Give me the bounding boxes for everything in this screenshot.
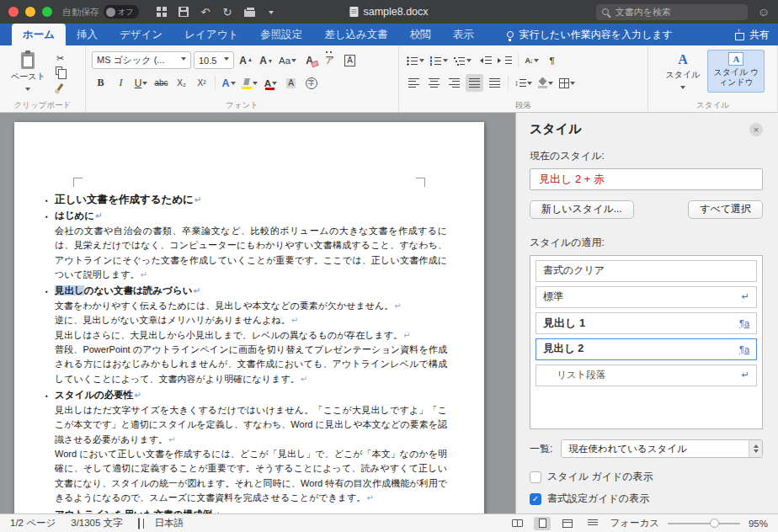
new-style-button[interactable]: 新しいスタイル... [530,200,634,219]
style-item-0[interactable]: 書式のクリア [536,260,757,282]
tab-2[interactable]: デザイン [109,24,173,45]
paragraph[interactable]: 逆に、見出しがない文章はメリハリがありませんよね。↵ [55,313,447,327]
page[interactable]: ▪正しい文書を作成するために↵▪はじめに↵会社の文書や自治会の書類、卒業論文など… [14,122,484,513]
show-formatting-marks-button[interactable]: ¶ [543,51,561,69]
heading[interactable]: ▪正しい文書を作成するために↵ [55,193,447,207]
style-list-filter-select[interactable]: 現在使われているスタイル [561,439,763,458]
tab-0[interactable]: ホーム [12,24,66,45]
language-indicator[interactable]: 日本語 [155,517,184,529]
copy-button[interactable] [53,66,68,79]
tab-3[interactable]: レイアウト [173,24,249,45]
share-button[interactable]: ↑ 共有 [734,24,770,45]
line-spacing-button[interactable]: ↕ [513,74,534,92]
styles-button[interactable]: A スタイル [661,50,706,93]
tab-6[interactable]: 校閲 [399,24,442,45]
underline-button[interactable]: U [132,74,150,92]
style-guides-row[interactable]: ✓ スタイル ガイドの表示 [530,470,763,484]
autosave-toggle[interactable]: オフ [104,5,139,19]
paste-button[interactable]: ペースト [6,50,51,94]
numbering-button[interactable] [429,51,450,69]
style-window-button[interactable]: A スタイル ウィンドウ [707,50,765,93]
grow-font-button[interactable]: A [237,51,254,69]
paragraph[interactable]: Word において正しい文書を作成するには、どこが「見出し」で、どこが「本文」な… [55,447,447,506]
style-item-4[interactable]: リスト段落↵ [536,364,757,386]
paragraph[interactable]: 文書をわかりやすく伝えるためには、見出しや本文などの要素が欠かせません。↵ [55,299,447,313]
tell-me-box[interactable]: 実行したい作業内容を入力します [507,24,673,45]
tab-5[interactable]: 差し込み文書 [313,24,399,45]
focus-button[interactable]: フォーカス [610,517,659,529]
align-right-button[interactable] [445,74,463,92]
distribute-button[interactable] [486,74,504,92]
cut-button[interactable]: ✂ [53,51,68,65]
close-pane-button[interactable]: × [749,123,763,136]
tab-1[interactable]: 挿入 [66,24,109,45]
proofing-status-icon[interactable] [138,519,140,529]
character-border-button[interactable]: A [341,51,359,69]
heading[interactable]: ▪はじめに↵ [55,209,447,223]
close-window-button[interactable] [8,7,19,17]
zoom-slider-knob[interactable] [710,519,719,528]
format-painter-button[interactable] [53,80,68,93]
outline-view-button[interactable] [584,517,601,530]
paragraph[interactable]: 普段、PowerPoint のアウトラインペインに画面を切り替えてプレゼンテーシ… [55,343,447,386]
paragraph[interactable]: 見出しはさらに、大見出しから小見出しまで、レベルの異なるものが存在します。↵ [55,328,447,343]
decrease-indent-button[interactable] [476,51,493,69]
highlight-button[interactable] [240,74,259,92]
undo-icon[interactable]: ↶ [200,4,211,19]
clear-formatting-button[interactable]: A [301,51,318,69]
style-item-1[interactable]: 標準↵ [536,286,757,308]
format-guides-checkbox[interactable]: ✓ [530,493,541,505]
strikethrough-button[interactable]: abc [152,74,170,92]
search-box[interactable] [596,4,748,20]
enclose-characters-button[interactable]: 字 [302,74,320,92]
paragraph[interactable]: 会社の文書や自治会の書類、卒業論文など、比較的ボリュームの大きな文書を作成するに… [55,224,447,283]
bullets-button[interactable] [405,51,426,69]
multilevel-list-button[interactable] [452,51,473,69]
shrink-font-button[interactable]: A [257,51,274,69]
italic-button[interactable]: I [112,74,130,92]
phonetic-guide-button[interactable]: ア [321,51,338,69]
superscript-button[interactable]: X² [193,74,210,92]
save-icon[interactable] [178,4,189,19]
print-layout-button[interactable] [534,517,551,530]
web-layout-button[interactable] [559,517,576,530]
style-guides-checkbox[interactable]: ✓ [530,471,541,483]
toolbar-options-icon[interactable] [265,4,277,19]
word-count[interactable]: 3/1305 文字 [71,517,122,529]
tab-4[interactable]: 参照設定 [249,24,313,45]
read-mode-button[interactable] [509,517,525,530]
sort-button[interactable]: A↓ [523,51,541,69]
text-effects-button[interactable]: A [220,74,237,92]
page-indicator[interactable]: 1/2 ページ [10,517,56,529]
format-guides-row[interactable]: ✓ 書式設定ガイドの表示 [530,492,763,506]
document-area[interactable]: ▪正しい文書を作成するために↵▪はじめに↵会社の文書や自治会の書類、卒業論文など… [0,113,515,513]
print-icon[interactable] [243,4,255,19]
redo-icon[interactable]: ↻ [221,4,233,19]
zoom-slider[interactable] [668,518,740,529]
style-item-3[interactable]: 見出し 2¶a [536,338,757,360]
justify-button[interactable] [466,74,483,92]
heading[interactable]: ▪スタイルの必要性↵ [55,388,447,402]
paragraph[interactable]: 見出しはただ文字サイズを大きくするだけではいけません。「ここが大見出しですよ」「… [55,403,447,447]
tab-7[interactable]: 表示 [442,24,485,45]
align-center-button[interactable] [425,74,443,92]
font-name-select[interactable]: MS ゴシック (... [92,51,191,69]
character-shading-button[interactable]: A [282,74,300,92]
change-case-button[interactable]: Aa [277,51,298,69]
view-grid-icon[interactable] [156,4,168,19]
font-color-button[interactable]: A [262,74,280,92]
heading[interactable]: ▪見出しのない文書は読みづらい↵ [55,284,447,298]
fullscreen-window-button[interactable] [42,7,52,17]
heading[interactable]: ▪アウトラインを用いた文書の構成例↵ [55,508,447,513]
select-all-button[interactable]: すべて選択 [688,200,763,219]
increase-indent-button[interactable] [496,51,514,69]
search-input[interactable] [614,6,742,18]
style-item-2[interactable]: 見出し 1¶a [536,312,757,334]
feedback-smiley-icon[interactable]: ☺ [758,5,770,19]
borders-button[interactable] [557,74,577,92]
align-left-button[interactable] [405,74,423,92]
minimize-window-button[interactable] [25,7,35,17]
bold-button[interactable]: B [92,74,109,92]
font-size-select[interactable]: 10.5 [194,51,234,69]
subscript-button[interactable]: X₂ [173,74,190,92]
